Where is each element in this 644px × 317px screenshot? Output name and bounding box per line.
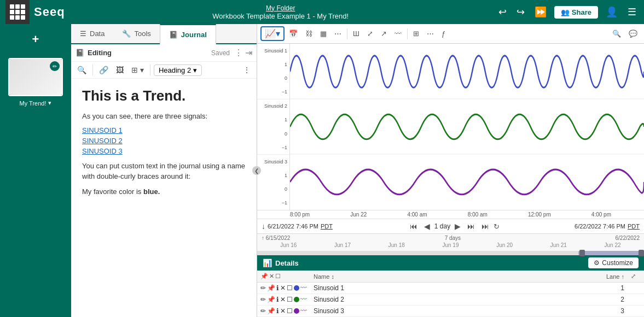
- sinusoid2-link[interactable]: SINUSOID 2: [82, 137, 246, 145]
- y-axis-labels: Sinusoid 1 1 0 −1 Sinusoid 2 1 0 −1 Sinu…: [257, 44, 290, 210]
- tab-tools[interactable]: 🔧 Tools: [113, 24, 159, 43]
- sinusoid1-link[interactable]: SINUSOID 1: [82, 126, 246, 134]
- info-icon[interactable]: ℹ: [276, 284, 279, 292]
- image-toolbar-button[interactable]: 🖼: [113, 64, 126, 76]
- edit-icon[interactable]: ✏: [260, 284, 266, 292]
- check-icon[interactable]: ☐: [287, 296, 293, 303]
- overview-scrollbar[interactable]: [257, 251, 644, 255]
- sinusoid3-link[interactable]: SINUSOID 3: [82, 147, 246, 155]
- user-button[interactable]: 👤: [604, 4, 620, 20]
- search-toolbar-button[interactable]: 🔍: [74, 64, 89, 76]
- scroll-right-handle[interactable]: [639, 250, 644, 256]
- lanes-btn[interactable]: ▦: [317, 27, 330, 40]
- chart-toolbar: 📈 ▾ 📅 ⛓ ▦ ⋯ Ш ⤢ ↗ 〰 ⊞ ⋯ ƒ 🔍 💬: [257, 24, 644, 44]
- grid-layout-btn[interactable]: ⊞: [410, 27, 422, 40]
- undo-button[interactable]: ↩: [496, 4, 509, 20]
- check-icon[interactable]: ☐: [287, 307, 293, 315]
- nav-first-button[interactable]: ⏮: [408, 221, 420, 232]
- row1-actions: ✏ 📌 ℹ ✕ ☐ 〰: [257, 283, 310, 294]
- menu-button[interactable]: ☰: [625, 4, 639, 20]
- checkbox-icon[interactable]: ☐: [275, 273, 281, 280]
- data-tab-icon: ☰: [80, 30, 86, 38]
- close-icon[interactable]: ✕: [269, 273, 274, 280]
- edit-icon[interactable]: ✏: [260, 296, 266, 303]
- pin-icon[interactable]: 📌: [267, 284, 275, 292]
- multiaxis-btn[interactable]: Ш: [350, 27, 363, 40]
- panel-collapse-arrow[interactable]: ❮: [252, 166, 261, 175]
- journal-content: This is a Trend. As you can see, there a…: [71, 79, 257, 317]
- row3-extra: [628, 306, 644, 317]
- pin-icon[interactable]: 📌: [267, 307, 275, 315]
- details-icon: 📊: [263, 259, 272, 267]
- table-row: ✏ 📌 ℹ ✕ ☐ 〰 Sinusoid 1 1: [257, 283, 644, 294]
- info-icon[interactable]: ℹ: [276, 307, 279, 315]
- redo2-button[interactable]: ⏩: [532, 4, 549, 20]
- more-toolbar-button[interactable]: ⋮: [240, 64, 253, 76]
- table-toolbar-button[interactable]: ⊞ ▾: [129, 64, 147, 76]
- row1-lane: 1: [573, 283, 628, 294]
- tab-bar: ☰ Data 🔧 Tools 📓 Journal: [71, 24, 257, 44]
- nav-last-button[interactable]: ⏭: [465, 221, 477, 232]
- scrollbar-thumb[interactable]: [578, 251, 644, 255]
- details-bar: 📊 Details ⚙ Customize: [257, 255, 644, 271]
- row2-name: Sinusoid 2: [310, 294, 573, 306]
- scatter-btn[interactable]: ⤢: [364, 27, 376, 40]
- toolbar-row: 🔍 🔗 🖼 ⊞ ▾ Heading 2 ▾ ⋮: [71, 62, 257, 79]
- folder-link[interactable]: My Folder: [65, 4, 496, 12]
- refresh-button[interactable]: ↻: [494, 222, 500, 231]
- customize-button[interactable]: ⚙ Customize: [588, 257, 639, 268]
- s1-label: Sinusoid 1: [264, 48, 287, 54]
- tab-data[interactable]: ☰ Data: [71, 24, 113, 43]
- add-button[interactable]: +: [26, 30, 45, 49]
- nav-prev-button[interactable]: ◀: [422, 221, 432, 232]
- calendar-btn[interactable]: 📅: [286, 27, 301, 40]
- share-button[interactable]: 👥 Share: [554, 6, 598, 19]
- lane-sort-header[interactable]: Lane ↑: [606, 273, 624, 280]
- redo-button[interactable]: ↪: [514, 4, 527, 20]
- details-title: Details: [275, 259, 588, 267]
- name-sort-header[interactable]: Name ↕: [314, 273, 334, 280]
- check-icon[interactable]: ☐: [287, 284, 293, 292]
- link-toolbar-button[interactable]: 🔗: [96, 64, 111, 76]
- signal-icon: 〰: [300, 296, 307, 303]
- nav-next-button[interactable]: ▶: [452, 221, 463, 232]
- row1-name: Sinusoid 1: [310, 283, 573, 294]
- signal-btn[interactable]: 〰: [391, 27, 405, 40]
- x-icon[interactable]: ✕: [280, 307, 286, 315]
- journal-title: This is a Trend.: [82, 87, 246, 104]
- label-btn[interactable]: ⋯: [423, 27, 437, 40]
- overview-label-2: Jun 17: [334, 242, 351, 248]
- nav-period: 1 day: [434, 222, 450, 230]
- link-chain-btn[interactable]: ⛓: [302, 27, 316, 40]
- formula-btn[interactable]: ƒ: [438, 27, 449, 40]
- x-icon[interactable]: ✕: [280, 296, 286, 303]
- table-row: ✏ 📌 ℹ ✕ ☐ 〰 Sinusoid 3 3: [257, 306, 644, 317]
- info-icon[interactable]: ℹ: [276, 296, 279, 303]
- nav-rightmost-button[interactable]: ⏭: [479, 221, 491, 232]
- pin-icon[interactable]: 📌: [260, 273, 268, 280]
- capsule-btn[interactable]: ⋯: [331, 27, 345, 40]
- zoom-btn[interactable]: 🔍: [609, 27, 624, 40]
- chart-area: Sinusoid 1 1 0 −1 Sinusoid 2 1 0 −1 Sinu…: [257, 44, 644, 317]
- chart-type-dropdown[interactable]: 📈 ▾: [260, 26, 285, 41]
- right-pdt-link[interactable]: PDT: [628, 223, 640, 230]
- tab-journal[interactable]: 📓 Journal: [160, 24, 216, 44]
- expand-icon[interactable]: ⤢: [631, 273, 636, 279]
- edit-icon[interactable]: ✏: [260, 307, 266, 315]
- pin-icon[interactable]: 📌: [267, 296, 275, 303]
- comment-btn[interactable]: 💬: [625, 27, 641, 40]
- left-pdt-link[interactable]: PDT: [321, 223, 333, 230]
- middle-panel: ☰ Data 🔧 Tools 📓 Journal 📓 Editing Saved…: [71, 24, 257, 317]
- scroll-left-handle[interactable]: [579, 250, 585, 256]
- users-icon: 👥: [561, 8, 570, 16]
- line-btn[interactable]: ↗: [378, 27, 390, 40]
- app-grid-icon[interactable]: [5, 0, 30, 24]
- heading-select[interactable]: Heading 2 ▾: [154, 64, 202, 76]
- worksheet-thumbnail[interactable]: ✏: [8, 58, 63, 96]
- table-header-row: 📌 ✕ ☐ Name ↕ Lane ↑ ⤢: [257, 271, 644, 283]
- chart-main: Sinusoid 1 1 0 −1 Sinusoid 2 1 0 −1 Sinu…: [257, 44, 644, 210]
- overview-bar[interactable]: ↑ 6/15/2022 7 days 6/22/2022 Jun 16 Jun …: [257, 233, 644, 255]
- more-options-button[interactable]: ⋮: [234, 48, 243, 58]
- x-icon[interactable]: ✕: [280, 284, 286, 292]
- collapse-button[interactable]: ⇥: [245, 48, 252, 58]
